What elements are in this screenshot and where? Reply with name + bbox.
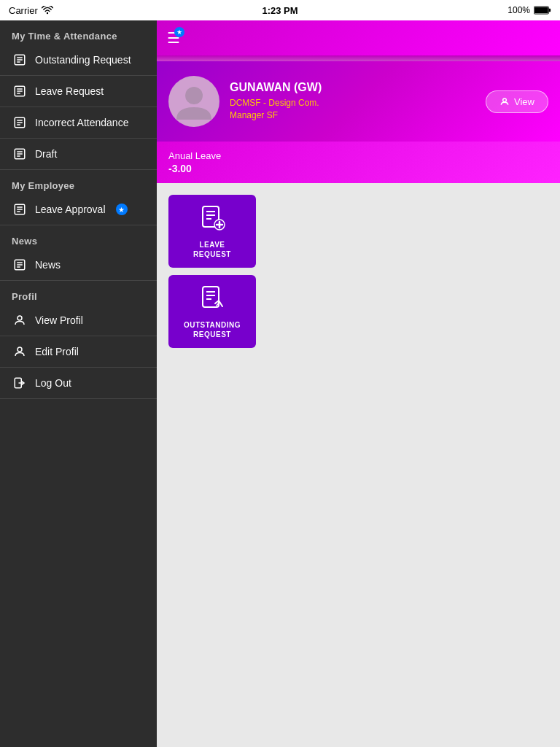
- battery-percent: 100%: [508, 5, 530, 15]
- status-bar: Carrier 1:23 PM 100%: [0, 0, 560, 20]
- leave-request-label: Leave Request: [35, 85, 104, 97]
- profile-left: GUNAWAN (GW) DCMSF - Design Com. Manager…: [168, 76, 322, 127]
- edit-profil-label: Edit Profil: [35, 346, 79, 357]
- status-bar-right: 100%: [508, 5, 551, 15]
- status-bar-time: 1:23 PM: [262, 5, 298, 16]
- sidebar-item-edit-profil[interactable]: Edit Profil: [0, 336, 157, 368]
- profile-section: GUNAWAN (GW) DCMSF - Design Com. Manager…: [157, 61, 560, 142]
- svg-point-0: [47, 12, 48, 14]
- news-icon: [12, 257, 28, 273]
- view-profil-label: View Profil: [35, 314, 83, 326]
- news-label: News: [35, 259, 61, 271]
- star-badge-top: ★: [174, 27, 184, 37]
- annual-leave-banner: Anual Leave -3.00: [157, 142, 560, 183]
- leave-request-card-label: LEAVEREQUEST: [193, 240, 231, 259]
- svg-point-28: [18, 316, 22, 320]
- profile-info: GUNAWAN (GW) DCMSF - Design Com. Manager…: [230, 81, 322, 122]
- outstanding-request-icon: [12, 52, 28, 68]
- incorrect-attendance-icon: [12, 115, 28, 131]
- draft-label: Draft: [35, 148, 57, 160]
- top-bar: ☰ ★: [157, 20, 560, 55]
- svg-point-32: [185, 87, 203, 104]
- profile-dept: DCMSF - Design Com. Manager SF: [230, 97, 322, 122]
- outstanding-request-card[interactable]: OUTSTANDINGREQUEST: [168, 275, 256, 348]
- draft-icon: [12, 146, 28, 162]
- svg-rect-3: [549, 9, 551, 12]
- sidebar-item-view-profil[interactable]: View Profil: [0, 305, 157, 336]
- main-content: ☰ ★ GUNAWAN (GW) DCMSF - Design Com.: [157, 20, 560, 747]
- log-out-label: Log Out: [35, 377, 71, 389]
- profile-name: GUNAWAN (GW): [230, 81, 322, 94]
- dashboard-cards: LEAVEREQUEST OUTSTANDINGREQUEST: [157, 183, 560, 360]
- sidebar-item-draft[interactable]: Draft: [0, 139, 157, 170]
- sidebar-item-outstanding-request[interactable]: Outstanding Request: [0, 44, 157, 76]
- app-layout: My Time & Attendance Outstanding Request: [0, 20, 560, 747]
- sidebar-section-news: News: [0, 225, 157, 249]
- leave-approval-label: Leave Approval: [35, 204, 106, 215]
- view-profil-icon: [12, 312, 28, 328]
- sidebar-item-leave-approval[interactable]: Leave Approval ★: [0, 194, 157, 225]
- status-bar-left: Carrier: [9, 5, 53, 16]
- outstanding-request-card-label: OUTSTANDINGREQUEST: [184, 320, 241, 339]
- log-out-icon: [12, 375, 28, 391]
- leave-approval-icon: [12, 201, 28, 217]
- leave-request-card-icon: [199, 204, 225, 236]
- menu-button-wrapper[interactable]: ☰ ★: [167, 29, 190, 47]
- view-button[interactable]: View: [486, 90, 548, 113]
- incorrect-attendance-label: Incorrect Attendance: [35, 117, 128, 128]
- view-button-label: View: [514, 96, 534, 107]
- sidebar-item-news[interactable]: News: [0, 249, 157, 281]
- carrier-text: Carrier: [9, 5, 38, 16]
- sidebar-section-attendance: My Time & Attendance: [0, 20, 157, 44]
- wifi-icon: [42, 6, 53, 15]
- svg-point-29: [18, 347, 22, 352]
- sidebar-section-employee: My Employee: [0, 170, 157, 194]
- purple-divider: [157, 55, 560, 61]
- leave-request-icon: [12, 83, 28, 99]
- leave-approval-badge: ★: [116, 204, 128, 215]
- annual-leave-label: Anual Leave: [168, 150, 548, 161]
- svg-rect-2: [534, 7, 548, 14]
- sidebar-item-leave-request[interactable]: Leave Request: [0, 76, 157, 107]
- sidebar-section-profil: Profil: [0, 281, 157, 305]
- sidebar: My Time & Attendance Outstanding Request: [0, 20, 157, 747]
- battery-icon: [534, 6, 551, 15]
- annual-leave-value: -3.00: [168, 163, 548, 174]
- avatar: [168, 76, 219, 127]
- outstanding-request-label: Outstanding Request: [35, 54, 131, 66]
- sidebar-item-incorrect-attendance[interactable]: Incorrect Attendance: [0, 107, 157, 139]
- outstanding-request-card-icon: [199, 285, 225, 316]
- svg-rect-41: [203, 287, 219, 307]
- svg-point-33: [503, 98, 507, 102]
- leave-request-card[interactable]: LEAVEREQUEST: [168, 195, 256, 268]
- sidebar-item-log-out[interactable]: Log Out: [0, 368, 157, 399]
- edit-profil-icon: [12, 344, 28, 360]
